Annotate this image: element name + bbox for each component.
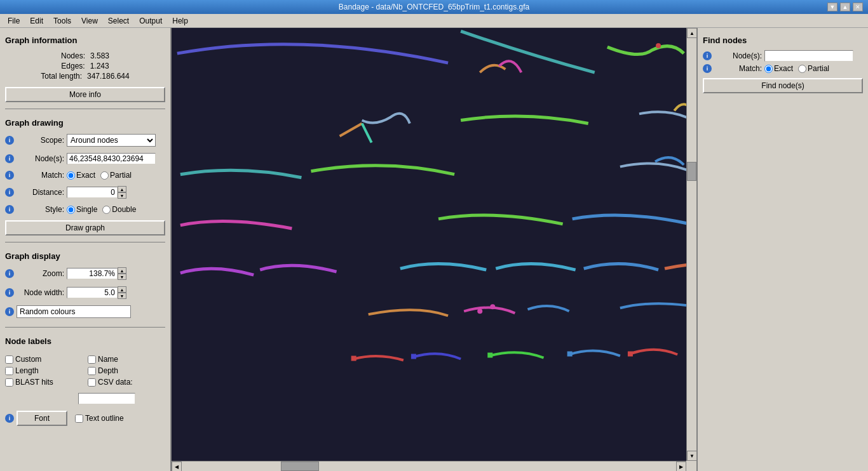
style-double-radio[interactable]: Double xyxy=(102,205,136,214)
length-checkbox[interactable] xyxy=(5,367,13,375)
menu-output[interactable]: Output xyxy=(134,15,167,27)
nodes-input[interactable] xyxy=(67,153,156,164)
csv-checkbox-label[interactable]: CSV data: xyxy=(88,378,165,387)
colour-select[interactable]: Random colours Uniform colour Coverage B… xyxy=(17,305,131,318)
graph-canvas[interactable] xyxy=(172,28,686,461)
match-exact-radio[interactable]: Exact xyxy=(67,171,95,180)
node-width-info-icon[interactable]: i xyxy=(5,288,14,297)
zoom-spinbox: ▲ ▼ xyxy=(67,267,126,280)
name-checkbox-label[interactable]: Name xyxy=(88,355,165,364)
menu-help[interactable]: Help xyxy=(167,15,193,27)
vscroll-down-btn[interactable]: ▼ xyxy=(687,451,696,461)
font-button[interactable]: Font xyxy=(17,411,67,426)
style-label: Style: xyxy=(17,205,64,214)
nodes-info-icon[interactable]: i xyxy=(5,154,14,163)
hscroll-track[interactable] xyxy=(182,461,676,471)
find-nodes-button[interactable]: Find node(s) xyxy=(703,78,863,93)
vscroll-track[interactable] xyxy=(687,38,696,451)
text-outline-checkbox[interactable] xyxy=(75,415,83,423)
close-btn[interactable]: ✕ xyxy=(853,3,863,11)
canvas-scroll-area: ▲ ▼ ◀ ▶ xyxy=(172,28,696,471)
scope-dropdown-wrapper: Around nodes Entire graph Around blast h… xyxy=(67,134,156,147)
match-partial-radio[interactable]: Partial xyxy=(100,171,132,180)
scope-select[interactable]: Around nodes Entire graph Around blast h… xyxy=(67,134,156,147)
find-partial-radio[interactable]: Partial xyxy=(798,64,829,73)
style-radio-group: Single Double xyxy=(67,205,136,214)
left-panel: Graph information Nodes: 3.583 Edges: 1.… xyxy=(0,28,172,471)
distance-info-icon[interactable]: i xyxy=(5,188,14,197)
match-info-icon[interactable]: i xyxy=(5,171,14,180)
csv-checkbox[interactable] xyxy=(88,378,96,387)
distance-spin-down[interactable]: ▼ xyxy=(118,192,126,199)
menu-edit[interactable]: Edit xyxy=(25,15,48,27)
style-info-icon[interactable]: i xyxy=(5,205,14,214)
find-nodes-info-icon[interactable]: i xyxy=(703,51,712,60)
blast-label-text: BLAST hits xyxy=(15,378,53,387)
window-title: Bandage - data/Nb_ONTCFED_65bpTrim_t1.co… xyxy=(339,3,529,11)
find-partial-label: Partial xyxy=(808,64,829,73)
zoom-spin-down[interactable]: ▼ xyxy=(118,274,126,280)
maximize-btn[interactable]: ▲ xyxy=(840,3,850,11)
font-info-icon[interactable]: i xyxy=(5,414,14,423)
distance-spin-buttons: ▲ ▼ xyxy=(118,186,126,199)
vscroll-up-btn[interactable]: ▲ xyxy=(687,28,696,38)
graph-info-title: Graph information xyxy=(5,36,165,45)
zoom-info-icon[interactable]: i xyxy=(5,269,14,278)
csv-data-input[interactable] xyxy=(78,393,135,404)
find-nodes-input[interactable] xyxy=(764,50,853,62)
window-controls[interactable]: ▼ ▲ ✕ xyxy=(827,3,863,11)
menu-tools[interactable]: Tools xyxy=(48,15,76,27)
style-double-label: Double xyxy=(112,205,136,214)
node-width-row: i Node width: ▲ ▼ xyxy=(5,286,165,299)
svg-rect-12 xyxy=(628,351,633,356)
colour-info-icon[interactable]: i xyxy=(5,307,14,316)
node-width-spin-down[interactable]: ▼ xyxy=(118,293,126,299)
nodes-row: i Node(s): xyxy=(5,153,165,164)
zoom-spin-up[interactable]: ▲ xyxy=(118,267,126,274)
custom-checkbox[interactable] xyxy=(5,355,13,364)
style-single-radio[interactable]: Single xyxy=(67,205,97,214)
distance-label: Distance: xyxy=(17,188,64,197)
minimize-btn[interactable]: ▼ xyxy=(827,3,837,11)
menu-file[interactable]: File xyxy=(3,15,25,27)
horizontal-scrollbar[interactable]: ◀ ▶ xyxy=(172,461,686,471)
hscroll-thumb[interactable] xyxy=(281,461,319,471)
text-outline-checkbox-label[interactable]: Text outline xyxy=(75,414,124,423)
svg-rect-0 xyxy=(174,28,684,461)
graph-drawing-title: Graph drawing xyxy=(5,118,165,128)
find-exact-radio[interactable]: Exact xyxy=(764,64,793,73)
find-nodes-label: Node(s): xyxy=(714,51,762,60)
hscroll-left-btn[interactable]: ◀ xyxy=(172,461,182,471)
blast-checkbox[interactable] xyxy=(5,378,13,387)
menu-select[interactable]: Select xyxy=(103,15,134,27)
svg-point-6 xyxy=(490,304,495,309)
zoom-input[interactable] xyxy=(67,268,118,279)
svg-rect-11 xyxy=(567,351,573,356)
node-width-input[interactable] xyxy=(67,287,118,298)
name-checkbox[interactable] xyxy=(88,355,96,364)
blast-checkbox-label[interactable]: BLAST hits xyxy=(5,378,83,387)
titlebar: Bandage - data/Nb_ONTCFED_65bpTrim_t1.co… xyxy=(0,0,868,14)
custom-checkbox-label[interactable]: Custom xyxy=(5,355,83,364)
find-nodes-row: i Node(s): xyxy=(703,50,863,62)
distance-spin-up[interactable]: ▲ xyxy=(118,186,126,192)
zoom-spin-buttons: ▲ ▼ xyxy=(118,267,126,280)
more-info-button[interactable]: More info xyxy=(5,87,165,102)
scope-label: Scope: xyxy=(17,136,64,145)
hscroll-right-btn[interactable]: ▶ xyxy=(676,461,686,471)
style-row: i Style: Single Double xyxy=(5,205,165,214)
node-width-spin-up[interactable]: ▲ xyxy=(118,286,126,293)
depth-checkbox-label[interactable]: Depth xyxy=(88,366,165,375)
length-checkbox-label[interactable]: Length xyxy=(5,366,83,375)
depth-checkbox[interactable] xyxy=(88,367,96,375)
node-width-spin-buttons: ▲ ▼ xyxy=(118,286,126,299)
graph-display-title: Graph display xyxy=(5,251,165,261)
find-match-info-icon[interactable]: i xyxy=(703,64,712,73)
menu-view[interactable]: View xyxy=(76,15,103,27)
vertical-scrollbar[interactable]: ▲ ▼ xyxy=(686,28,696,461)
draw-graph-button[interactable]: Draw graph xyxy=(5,220,165,236)
zoom-row: i Zoom: ▲ ▼ xyxy=(5,267,165,280)
scope-info-icon[interactable]: i xyxy=(5,136,14,145)
vscroll-thumb[interactable] xyxy=(687,162,696,181)
distance-input[interactable] xyxy=(67,187,118,198)
